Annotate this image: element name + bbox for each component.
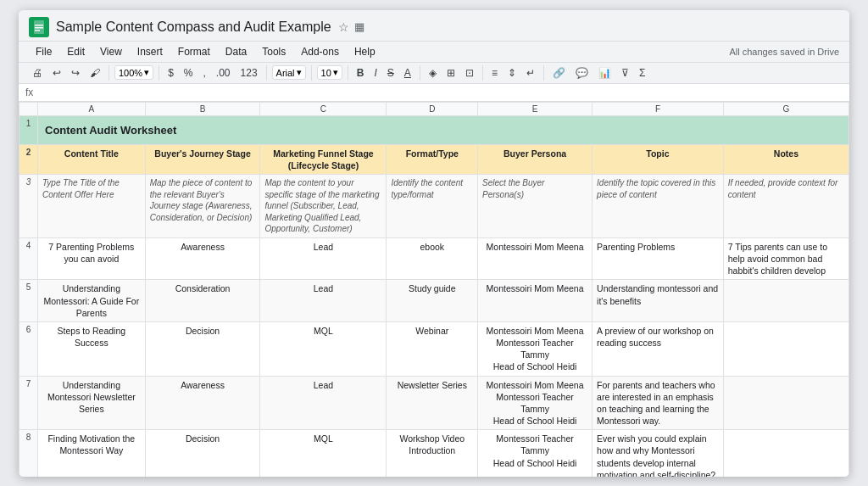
cell-4a[interactable]: 7 Parenting Problems you can avoid (38, 237, 146, 280)
row-header-5[interactable]: 5 (19, 280, 38, 322)
cell-7a[interactable]: Understanding Montessori Newsletter Seri… (38, 376, 146, 430)
spreadsheet-area[interactable]: A B C D E F G 1 Content Audit Worksheet … (19, 102, 849, 477)
cell-8d[interactable]: Workshop Video Introduction (387, 430, 478, 477)
redo-button[interactable]: ↪ (68, 65, 83, 81)
cell-4e[interactable]: Montessoiri Mom Meena (478, 237, 593, 280)
cell-7b[interactable]: Awareness (145, 376, 260, 430)
cell-8f[interactable]: Ever wish you could explain how and why … (593, 430, 724, 477)
menu-edit[interactable]: Edit (60, 43, 92, 60)
menu-data[interactable]: Data (219, 43, 253, 60)
cell-4b[interactable]: Awareness (145, 237, 260, 280)
cell-4c[interactable]: Lead (260, 237, 387, 280)
percent-button[interactable]: % (181, 65, 197, 81)
cell-3f[interactable]: Identify the topic covered in this piece… (593, 175, 724, 238)
menu-view[interactable]: View (93, 43, 129, 60)
cell-7f[interactable]: For parents and teachers who are interes… (593, 376, 724, 430)
currency-button[interactable]: $ (164, 65, 177, 81)
cell-7c[interactable]: Lead (260, 376, 387, 430)
italic-button[interactable]: I (371, 65, 381, 81)
chart-button[interactable]: 📊 (595, 65, 615, 81)
cell-8e[interactable]: Montessori Teacher Tammy Head of School … (478, 430, 593, 477)
cell-5e[interactable]: Montessoiri Mom Meena (478, 280, 593, 322)
decimal-button[interactable]: .00 (213, 65, 234, 81)
comma-button[interactable]: , (200, 65, 209, 81)
row-header-3[interactable]: 3 (19, 175, 38, 238)
zoom-dropdown[interactable]: 100% ▾ (114, 65, 153, 80)
cell-6g[interactable] (723, 321, 849, 376)
fill-color-button[interactable]: ◈ (426, 65, 440, 81)
row-header-2[interactable]: 2 (19, 145, 38, 175)
valign-button[interactable]: ⇕ (504, 65, 520, 81)
menu-addons[interactable]: Add-ons (294, 43, 346, 60)
strikethrough-button[interactable]: S (384, 65, 398, 81)
cell-8g[interactable] (723, 430, 849, 477)
star-icon[interactable]: ☆ (338, 20, 349, 34)
wrap-button[interactable]: ↵ (523, 65, 538, 81)
row-header-6[interactable]: 6 (19, 321, 38, 376)
cell-7e[interactable]: Montessoiri Mom Meena Montessori Teacher… (478, 376, 593, 430)
col-format-header[interactable]: Format/Type (387, 145, 478, 175)
font-dropdown[interactable]: Arial ▾ (272, 65, 306, 80)
borders-button[interactable]: ⊞ (443, 65, 459, 81)
col-header-d[interactable]: D (387, 102, 478, 115)
col-header-g[interactable]: G (723, 102, 849, 115)
cell-6e[interactable]: Montessoiri Mom Meena Montessori Teacher… (478, 321, 593, 376)
cell-6b[interactable]: Decision (145, 321, 260, 376)
cell-4d[interactable]: ebook (387, 237, 478, 280)
col-persona-header[interactable]: Buyer Persona (478, 145, 593, 175)
menu-insert[interactable]: Insert (131, 43, 170, 60)
cell-5a[interactable]: Understanding Montessori: A Guide For Pa… (38, 280, 146, 322)
col-header-c[interactable]: C (260, 102, 387, 115)
cell-5d[interactable]: Study guide (387, 280, 478, 322)
col-header-e[interactable]: E (478, 102, 593, 115)
bold-button[interactable]: B (353, 65, 368, 81)
row-header-1[interactable]: 1 (19, 115, 38, 145)
col-header-f[interactable]: F (593, 102, 724, 115)
menu-format[interactable]: Format (171, 43, 217, 60)
cell-5g[interactable] (723, 280, 849, 322)
col-header-a[interactable]: A (38, 102, 146, 115)
col-notes-header[interactable]: Notes (723, 145, 849, 175)
print-button[interactable]: 🖨 (29, 65, 46, 81)
paint-format-button[interactable]: 🖌 (86, 65, 103, 81)
row-header-4[interactable]: 4 (19, 237, 38, 280)
menu-tools[interactable]: Tools (255, 43, 292, 60)
menu-file[interactable]: File (29, 43, 58, 60)
cell-3b[interactable]: Map the piece of content to the relevant… (145, 175, 260, 238)
row-header-8[interactable]: 8 (19, 430, 38, 477)
cell-3c[interactable]: Map the content to your specific stage o… (260, 175, 387, 238)
cell-3g[interactable]: If needed, provide context for content (723, 175, 849, 238)
cell-6c[interactable]: MQL (260, 321, 387, 376)
col-title-header[interactable]: Content Title (38, 145, 146, 175)
row-header-7[interactable]: 7 (19, 376, 38, 430)
cell-3e[interactable]: Select the Buyer Persona(s) (478, 175, 593, 238)
filter-button[interactable]: ⊽ (618, 65, 632, 81)
cell-6a[interactable]: Steps to Reading Success (38, 321, 146, 376)
col-header-b[interactable]: B (145, 102, 260, 115)
cell-7d[interactable]: Newsletter Series (387, 376, 478, 430)
cell-3a[interactable]: Type The Title of the Content Offer Here (38, 175, 146, 238)
cell-5b[interactable]: Consideration (145, 280, 260, 322)
cell-5c[interactable]: Lead (260, 280, 387, 322)
cell-5f[interactable]: Understanding montessori and it's benefi… (593, 280, 724, 322)
functions-button[interactable]: Σ (636, 65, 648, 81)
cell-8a[interactable]: Finding Motivation the Montessori Way (38, 430, 146, 477)
link-button[interactable]: 🔗 (549, 65, 569, 81)
col-topic-header[interactable]: Topic (593, 145, 724, 175)
col-funnel-header[interactable]: Marketing Funnel Stage (Lifecycle Stage) (260, 145, 387, 175)
merge-button[interactable]: ⊡ (462, 65, 477, 81)
cell-8c[interactable]: MQL (260, 430, 387, 477)
cell-4g[interactable]: 7 Tips parents can use to help avoid com… (723, 237, 849, 280)
number-format-button[interactable]: 123 (237, 65, 261, 81)
menu-help[interactable]: Help (348, 43, 382, 60)
cell-3d[interactable]: Identify the content type/format (387, 175, 478, 238)
align-button[interactable]: ≡ (488, 65, 501, 81)
font-size-dropdown[interactable]: 10 ▾ (317, 65, 342, 80)
cell-8b[interactable]: Decision (145, 430, 260, 477)
comment-button[interactable]: 💬 (572, 65, 592, 81)
undo-button[interactable]: ↩ (49, 65, 64, 81)
cell-6f[interactable]: A preview of our workshop on reading suc… (593, 321, 724, 376)
worksheet-title[interactable]: Content Audit Worksheet (38, 115, 849, 145)
col-journey-header[interactable]: Buyer's Journey Stage (145, 145, 260, 175)
cell-7g[interactable] (723, 376, 849, 430)
